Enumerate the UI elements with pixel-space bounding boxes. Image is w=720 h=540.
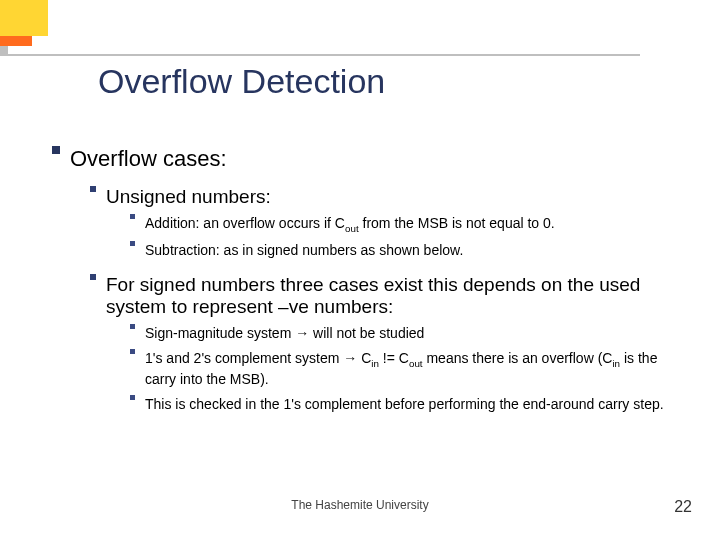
text-comp-c: means there is an overflow (C	[423, 350, 613, 366]
square-bullet-icon	[90, 186, 96, 192]
decor-orange-block	[0, 36, 32, 46]
bullet-level3-check: This is checked in the 1's complement be…	[130, 395, 680, 414]
footer-university: The Hashemite University	[0, 498, 720, 512]
text-subtraction: Subtraction: as in signed numbers as sho…	[145, 241, 680, 260]
page-title: Overflow Detection	[98, 62, 385, 101]
text-check: This is checked in the 1's complement be…	[145, 395, 680, 414]
text-signmag: Sign-magnitude system → will not be stud…	[145, 324, 680, 343]
decor-gray-square	[0, 46, 8, 54]
square-bullet-icon	[90, 274, 96, 280]
text-signed-heading: For signed numbers three cases exist thi…	[106, 274, 680, 318]
bullet-level3-subtraction: Subtraction: as in signed numbers as sho…	[130, 241, 680, 260]
sub-cin-1: in	[371, 358, 379, 369]
text-addition-b: from the MSB is not equal to 0.	[359, 215, 555, 231]
sub-cout-2: out	[409, 358, 423, 369]
square-bullet-icon	[130, 214, 135, 219]
square-bullet-icon	[130, 395, 135, 400]
sub-cout: out	[345, 223, 359, 234]
text-overflow-cases: Overflow cases:	[70, 146, 680, 172]
slide: Overflow Detection Overflow cases: Unsig…	[0, 0, 720, 540]
sub-cin-2: in	[612, 358, 620, 369]
text-comp-b: != C	[379, 350, 409, 366]
text-addition-a: Addition: an overflow occurs if C	[145, 215, 345, 231]
body: Overflow cases: Unsigned numbers: Additi…	[52, 146, 680, 480]
bullet-level3-signmag: Sign-magnitude system → will not be stud…	[130, 324, 680, 343]
text-addition: Addition: an overflow occurs if Cout fro…	[145, 214, 680, 235]
square-bullet-icon	[130, 349, 135, 354]
square-bullet-icon	[130, 324, 135, 329]
decor-underline	[0, 54, 640, 56]
bullet-level3-addition: Addition: an overflow occurs if Cout fro…	[130, 214, 680, 235]
text-complement: 1's and 2's complement system → Cin != C…	[145, 349, 680, 389]
decor-yellow-block	[0, 0, 48, 36]
square-bullet-icon	[52, 146, 60, 154]
text-unsigned-heading: Unsigned numbers:	[106, 186, 680, 208]
page-number: 22	[674, 498, 692, 516]
square-bullet-icon	[130, 241, 135, 246]
bullet-level1: Overflow cases:	[52, 146, 680, 172]
text-comp-a: 1's and 2's complement system → C	[145, 350, 371, 366]
bullet-level2-signed: For signed numbers three cases exist thi…	[90, 274, 680, 318]
bullet-level3-complement: 1's and 2's complement system → Cin != C…	[130, 349, 680, 389]
bullet-level2-unsigned: Unsigned numbers:	[90, 186, 680, 208]
